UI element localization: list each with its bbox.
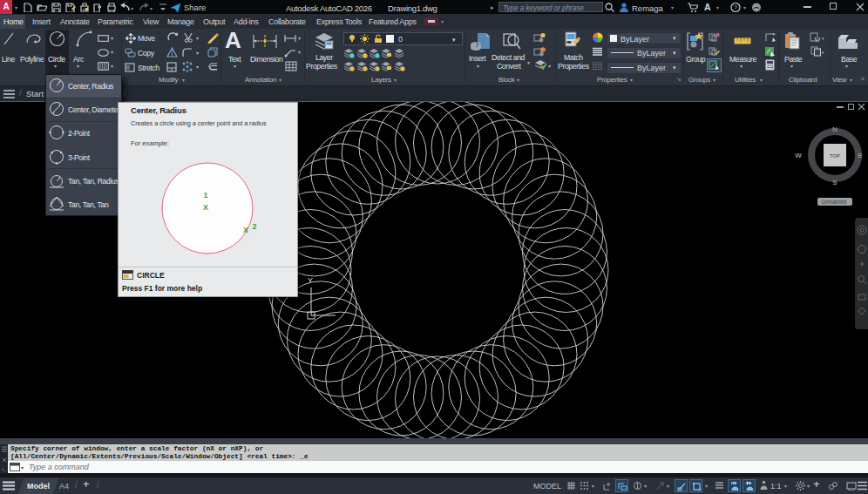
svg-text:2: 2 xyxy=(252,222,256,231)
svg-text:S: S xyxy=(832,179,837,186)
svg-text:W: W xyxy=(795,152,802,159)
svg-text:E: E xyxy=(858,152,863,159)
svg-text:?: ? xyxy=(734,4,737,10)
svg-text:X: X xyxy=(203,203,208,212)
svg-text:Y: Y xyxy=(308,276,313,285)
svg-text:X: X xyxy=(243,226,248,234)
svg-text:TOP: TOP xyxy=(830,153,840,159)
svg-text:1: 1 xyxy=(203,191,207,200)
svg-text:N: N xyxy=(832,125,837,133)
